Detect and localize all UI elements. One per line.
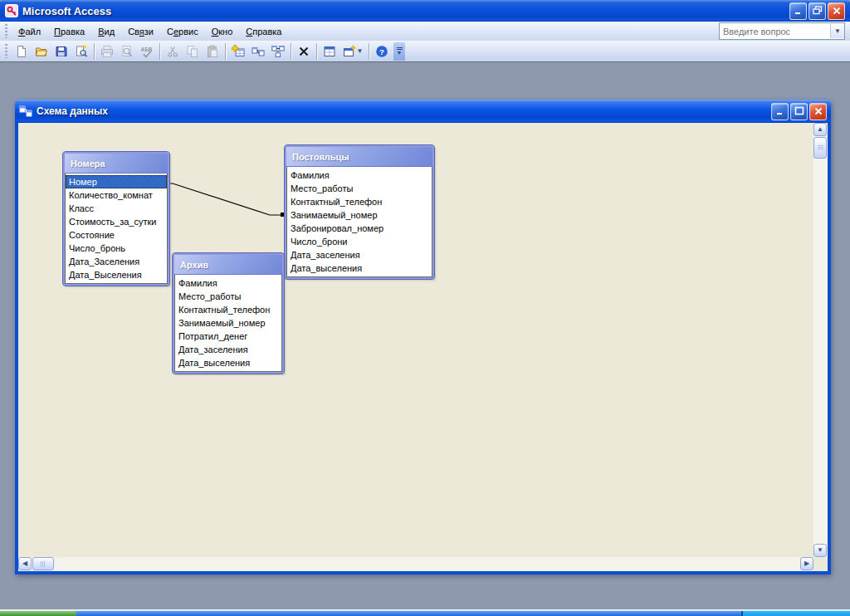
toolbar-file-search-button[interactable]: [71, 42, 91, 61]
table-box-2[interactable]: АрхивФамилияМесто_работыКонтактный_телеф…: [173, 253, 284, 374]
minimize-button[interactable]: [789, 2, 807, 20]
field-row[interactable]: Состояние: [66, 228, 167, 242]
field-row[interactable]: Контактный_телефон: [175, 303, 281, 316]
toolbar-new-button[interactable]: [12, 42, 32, 61]
toolbar-print-preview-button[interactable]: [117, 42, 137, 61]
field-row[interactable]: Дата_Выселения: [66, 268, 167, 281]
field-row[interactable]: Дата_выселения: [287, 262, 432, 275]
table-field-list: НомерКоличество_комнатКлассСтоимость_за_…: [65, 174, 168, 284]
menu-item-1[interactable]: Правка: [47, 24, 91, 39]
toolbar-paste-button[interactable]: [203, 42, 222, 61]
field-row[interactable]: Дата_Заселения: [66, 255, 167, 268]
field-row[interactable]: Дата_выселения: [175, 356, 281, 369]
field-row[interactable]: Фамилия: [175, 276, 281, 290]
toolbar-print-button[interactable]: [97, 42, 117, 61]
field-row[interactable]: Дата_заселения: [287, 248, 432, 262]
field-row[interactable]: Число_брони: [287, 235, 432, 248]
relationships-window: Схема данных НомераНомерКоличество_комна…: [15, 100, 831, 574]
toolbar-separator: [291, 43, 291, 60]
taskbar-task-area[interactable]: [76, 611, 741, 616]
minimize-button[interactable]: [771, 103, 789, 120]
access-app-icon[interactable]: [5, 4, 18, 17]
question-combobox[interactable]: ▼: [719, 22, 845, 40]
question-input[interactable]: [720, 27, 830, 37]
field-row[interactable]: Потратил_денег: [175, 330, 281, 343]
field-row[interactable]: Занимаемый_номер: [287, 208, 432, 222]
maximize-button[interactable]: [790, 103, 808, 120]
menu-item-2[interactable]: Вид: [91, 24, 121, 39]
field-row[interactable]: Класс: [66, 202, 167, 215]
toolbar-database-window-button[interactable]: [320, 42, 340, 61]
relationships-canvas: НомераНомерКоличество_комнатКлассСтоимос…: [18, 123, 813, 557]
show-table-icon: [232, 45, 245, 58]
table-header[interactable]: Постояльцы: [286, 147, 432, 167]
save-icon: [55, 45, 68, 58]
toolbar-all-relationships-button[interactable]: [268, 42, 288, 61]
toolbar-spelling-button[interactable]: АБВ: [137, 42, 157, 61]
toolbar-separator: [316, 43, 317, 60]
toolbar-separator: [94, 43, 95, 60]
new-object-dropdown-arrow-icon[interactable]: ▼: [357, 47, 364, 55]
new-object-icon: [343, 45, 356, 58]
field-row[interactable]: Дата_заселения: [175, 343, 281, 356]
toolbar-grip-handle[interactable]: [4, 44, 8, 58]
field-row[interactable]: Занимаемый_номер: [175, 316, 281, 330]
print-icon: [100, 45, 114, 58]
menu-item-3[interactable]: Связи: [121, 24, 160, 39]
copy-icon: [186, 45, 199, 58]
screen: Microsoft Access ФайлПравкаВидСвязиСерви…: [0, 0, 850, 616]
print-preview-icon: [120, 45, 134, 58]
menu-item-0[interactable]: Файл: [12, 24, 47, 39]
toolbar-delete-button[interactable]: [294, 42, 314, 61]
question-dropdown-arrow-icon[interactable]: ▼: [830, 24, 844, 38]
close-button[interactable]: [828, 2, 845, 20]
app-title: Microsoft Access: [22, 5, 788, 17]
menu-item-5[interactable]: Окно: [205, 24, 240, 39]
toolbar-save-button[interactable]: [51, 42, 71, 61]
horizontal-scroll-thumb[interactable]: [32, 557, 54, 570]
toolbar-copy-button[interactable]: [183, 42, 203, 61]
scroll-right-button[interactable]: ▶: [800, 557, 813, 570]
field-row[interactable]: Количество_комнат: [66, 188, 167, 202]
app-titlebar[interactable]: Microsoft Access: [0, 0, 850, 22]
vertical-scrollbar[interactable]: ▲ ▼: [813, 123, 828, 557]
relationships-window-titlebar[interactable]: Схема данных: [15, 100, 831, 123]
system-tray[interactable]: [741, 611, 850, 616]
menu-item-6[interactable]: Справка: [239, 24, 288, 39]
relationship-line[interactable]: [165, 183, 285, 215]
delete-icon: [297, 45, 310, 58]
scroll-left-button[interactable]: ◀: [18, 557, 32, 570]
toolbar-open-button[interactable]: [32, 42, 51, 61]
menu-item-4[interactable]: Сервис: [160, 24, 205, 39]
field-row[interactable]: Место_работы: [175, 290, 281, 303]
restore-button[interactable]: [808, 2, 826, 20]
toolbar-direct-relationships-button[interactable]: [248, 42, 268, 61]
relationships-window-title: Схема данных: [37, 105, 769, 117]
field-row[interactable]: Число_бронь: [66, 242, 167, 255]
field-row[interactable]: Стоимость_за_сутки: [66, 215, 167, 228]
table-header[interactable]: Номера: [65, 154, 168, 174]
vertical-scroll-thumb[interactable]: [813, 137, 827, 159]
table-header[interactable]: Архив: [174, 255, 282, 275]
field-row[interactable]: Забронировал_номер: [287, 222, 432, 235]
field-row[interactable]: Номер: [66, 175, 167, 188]
field-row[interactable]: Фамилия: [287, 169, 432, 182]
toolbar-options-chevron[interactable]: ▼: [393, 42, 405, 61]
menubar-grip-handle[interactable]: [4, 24, 8, 38]
scroll-down-button[interactable]: ▼: [813, 544, 827, 557]
start-button[interactable]: [0, 611, 76, 616]
svg-text:?: ?: [379, 46, 384, 56]
table-box-1[interactable]: ПостояльцыФамилияМесто_работыКонтактный_…: [285, 145, 434, 279]
field-row[interactable]: Контактный_телефон: [287, 195, 432, 208]
field-row[interactable]: Место_работы: [287, 182, 432, 195]
toolbar-cut-button[interactable]: [163, 42, 183, 61]
relationships-icon[interactable]: [19, 105, 32, 118]
toolbar-help-button[interactable]: ?: [372, 42, 392, 61]
paste-icon: [206, 45, 219, 58]
close-button[interactable]: [809, 103, 827, 120]
toolbar-show-table-button[interactable]: [228, 42, 248, 61]
horizontal-scrollbar[interactable]: ◀ ▶: [18, 557, 813, 571]
toolbar-new-object-button[interactable]: ▼: [340, 42, 366, 61]
table-box-0[interactable]: НомераНомерКоличество_комнатКлассСтоимос…: [63, 152, 169, 286]
scroll-up-button[interactable]: ▲: [813, 123, 827, 136]
